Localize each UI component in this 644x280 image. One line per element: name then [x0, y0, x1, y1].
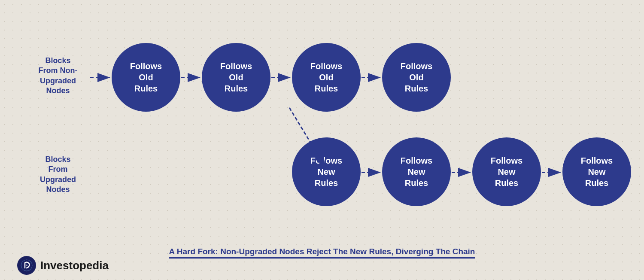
top-label: BlocksFrom Non-UpgradedNodes: [30, 56, 86, 96]
circle-new-rules-4: FollowsNewRules: [562, 137, 631, 206]
circle-old-rules-4: FollowsOldRules: [382, 43, 451, 112]
circle-old-rules-1: FollowsOldRules: [112, 43, 180, 112]
circle-new-rules-1: FollowsNewRules: [292, 137, 361, 206]
circle-new-rules-2: FollowsNewRules: [382, 137, 451, 206]
diagram-container: BlocksFrom Non-UpgradedNodes BlocksFromU…: [17, 21, 627, 237]
circle-old-rules-2: FollowsOldRules: [202, 43, 270, 112]
investopedia-logo-icon: [17, 256, 36, 275]
circle-old-rules-3: FollowsOldRules: [292, 43, 361, 112]
caption: A Hard Fork: Non-Upgraded Nodes Reject T…: [169, 247, 475, 256]
svg-point-10: [26, 265, 27, 266]
circle-new-rules-3: FollowsNewRules: [472, 137, 541, 206]
bottom-label: BlocksFromUpgradedNodes: [30, 155, 86, 195]
investopedia-logo-text: Investopedia: [40, 259, 109, 272]
logo-container: Investopedia: [17, 256, 109, 275]
